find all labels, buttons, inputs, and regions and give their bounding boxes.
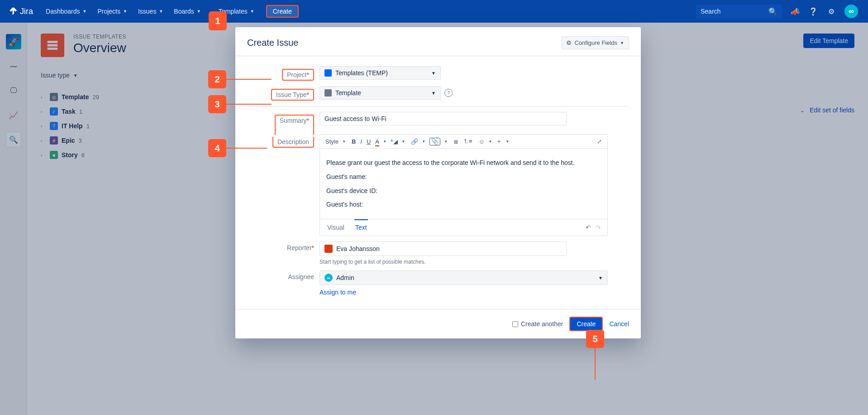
editor-tabs: Visual Text ↶ ↷: [320, 219, 607, 236]
create-button[interactable]: Create: [569, 317, 603, 331]
modal-footer: Create another Create Cancel: [235, 309, 641, 338]
callout-marker-5: 5: [586, 330, 604, 348]
chevron-down-icon: ▼: [197, 9, 201, 14]
reporter-label: Reporter: [287, 244, 311, 251]
chevron-down-icon: ▼: [620, 41, 624, 45]
jira-logo-text: Jira: [20, 7, 33, 16]
chevron-down-icon: ▼: [250, 9, 254, 14]
create-button-top[interactable]: Create: [266, 5, 299, 18]
description-label: Description: [277, 138, 309, 145]
assignee-select[interactable]: ∞ Admin ▼: [320, 270, 608, 285]
reporter-input[interactable]: Eva Johansson: [320, 241, 567, 256]
help-icon[interactable]: ❔: [808, 6, 818, 16]
link-button[interactable]: 🔗: [411, 138, 418, 145]
description-editor: Style▾ B I U A▾ ᴬ◢▾ 🔗▾ 📎▾: [320, 134, 608, 236]
create-another-input[interactable]: [512, 321, 518, 327]
callout-marker-1: 1: [209, 11, 227, 30]
text-color-button[interactable]: A: [375, 138, 379, 145]
desc-line: Guest's host:: [326, 198, 601, 212]
nav-dashboards[interactable]: Dashboards▼: [41, 4, 91, 19]
nav-projects[interactable]: Projects▼: [93, 4, 132, 19]
tab-text[interactable]: Text: [354, 219, 368, 233]
desc-line: Please grant our guest the access to the…: [326, 156, 601, 170]
editor-body[interactable]: Please grant our guest the access to the…: [320, 149, 607, 219]
chevron-down-icon: ▼: [123, 9, 127, 14]
editor-toolbar: Style▾ B I U A▾ ᴬ◢▾ 🔗▾ 📎▾: [320, 135, 607, 149]
callout-connector: [595, 348, 596, 380]
reporter-hint: Start typing to get a list of possible m…: [320, 259, 629, 265]
top-nav-items: Dashboards▼ Projects▼ Issues▼ Boards▼ ..…: [41, 4, 299, 19]
modal-body: Project* Templates (TEMP) ▼ Issue Type* …: [235, 56, 641, 309]
search-icon: 🔍: [768, 7, 777, 16]
redo-icon[interactable]: ↷: [596, 224, 601, 231]
jira-logo[interactable]: Jira: [0, 7, 41, 16]
callout-marker-4: 4: [208, 139, 226, 157]
numbered-list-button[interactable]: ⒈≡: [463, 137, 472, 145]
expand-icon[interactable]: ⤢: [597, 138, 602, 145]
gear-icon: ⚙: [566, 39, 572, 46]
chevron-down-icon: ▼: [83, 9, 87, 14]
create-another-checkbox[interactable]: Create another: [512, 320, 563, 328]
issue-type-label: Issue Type: [276, 91, 306, 98]
desc-line: Guest's device ID:: [326, 184, 601, 198]
notifications-icon[interactable]: 📣: [790, 6, 800, 16]
project-mini-icon: [324, 69, 332, 77]
create-issue-modal: Create Issue ⚙ Configure Fields ▼ Projec…: [235, 27, 641, 338]
attachment-button[interactable]: 📎: [429, 138, 440, 145]
search-box[interactable]: 🔍: [696, 5, 782, 19]
user-avatar-icon: [324, 245, 333, 253]
jira-icon: [8, 7, 17, 16]
callout-connector: [226, 104, 272, 105]
divider: [247, 106, 629, 106]
issue-type-select[interactable]: Template ▼: [320, 86, 441, 100]
callout-connector: [226, 148, 267, 149]
assignee-label: Assignee: [288, 273, 314, 280]
style-dropdown[interactable]: Style▾: [325, 138, 345, 145]
highlight-button[interactable]: ᴬ◢: [391, 138, 398, 145]
project-select[interactable]: Templates (TEMP) ▼: [320, 66, 441, 80]
callout-marker-3: 3: [208, 95, 226, 113]
nav-boards[interactable]: Boards▼: [169, 4, 205, 19]
undo-icon[interactable]: ↶: [586, 224, 591, 231]
emoji-button[interactable]: ☺: [479, 138, 485, 145]
more-button[interactable]: ＋: [496, 137, 502, 145]
desc-line: Guest's name:: [326, 170, 601, 184]
cancel-button[interactable]: Cancel: [609, 320, 629, 328]
topbar-right: 🔍 📣 ❔ ⚙ ∞: [696, 5, 868, 19]
settings-gear-icon[interactable]: ⚙: [826, 6, 836, 16]
italic-button[interactable]: I: [360, 138, 362, 145]
chevron-down-icon: ▼: [431, 91, 436, 96]
top-navigation: Jira Dashboards▼ Projects▼ Issues▼ Board…: [0, 0, 868, 23]
chevron-down-icon: ▼: [598, 275, 603, 280]
chevron-down-icon: ▼: [431, 71, 436, 76]
project-label: Project: [287, 71, 307, 78]
callout-connector: [226, 79, 272, 80]
assign-to-me-link[interactable]: Assign to me: [320, 289, 356, 296]
bullet-list-button[interactable]: ≣: [453, 138, 458, 145]
summary-input[interactable]: [320, 112, 567, 125]
help-icon[interactable]: ?: [444, 89, 453, 97]
chevron-down-icon: ▼: [159, 9, 163, 14]
underline-button[interactable]: U: [367, 138, 371, 145]
search-input[interactable]: [701, 8, 764, 15]
admin-avatar-icon: ∞: [324, 274, 333, 282]
modal-header: Create Issue ⚙ Configure Fields ▼: [235, 27, 641, 56]
configure-fields-button[interactable]: ⚙ Configure Fields ▼: [561, 36, 629, 49]
summary-label: Summary: [280, 117, 307, 124]
modal-title: Create Issue: [247, 38, 298, 48]
tab-visual[interactable]: Visual: [326, 222, 345, 233]
issue-type-mini-icon: [324, 89, 332, 97]
callout-marker-2: 2: [208, 70, 226, 88]
nav-issues[interactable]: Issues▼: [134, 4, 167, 19]
bold-button[interactable]: B: [352, 138, 356, 145]
user-avatar[interactable]: ∞: [844, 5, 858, 18]
